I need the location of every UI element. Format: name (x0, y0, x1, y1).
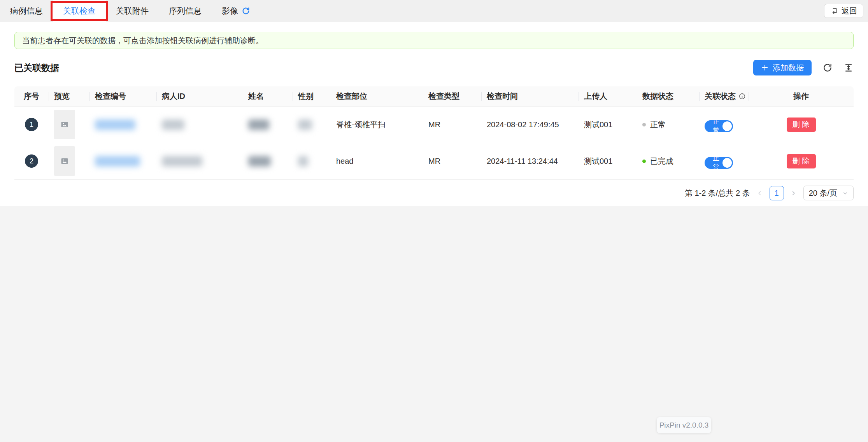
spinner-icon (242, 7, 250, 15)
header-data-status: 数据状态 (637, 86, 699, 106)
exam-number-link-blurred[interactable] (95, 156, 140, 167)
section-header: 已关联数据 添加数据 (14, 49, 854, 86)
add-data-button[interactable]: 添加数据 (753, 60, 812, 75)
patient-name-blurred (248, 156, 271, 167)
linked-data-table: 序号 预览 检查编号 病人ID 姓名 性别 检查部位 检查类型 检查时间 上传人… (14, 86, 854, 180)
alert-message: 当前患者存在可关联的数据，可点击添加按钮关联病例进行辅助诊断。 (22, 35, 263, 46)
tab-linked-attachments[interactable]: 关联附件 (106, 0, 159, 22)
data-status: 已完成 (642, 156, 699, 167)
tab-series-info[interactable]: 序列信息 (159, 0, 212, 22)
preview-thumbnail[interactable] (54, 146, 75, 176)
tab-label: 病例信息 (10, 5, 43, 16)
pagination-summary: 第 1-2 条/总共 2 条 (685, 188, 750, 198)
header-link-status: 关联状态 (699, 86, 749, 106)
header-gender: 性别 (293, 86, 331, 106)
refresh-icon[interactable] (822, 63, 833, 73)
page-size-value: 20 条/页 (809, 188, 837, 198)
table-header-row: 序号 预览 检查编号 病人ID 姓名 性别 检查部位 检查类型 检查时间 上传人… (14, 86, 854, 106)
header-link-status-label: 关联状态 (705, 91, 736, 102)
header-name: 姓名 (243, 86, 293, 106)
page-size-select[interactable]: 20 条/页 (803, 186, 854, 200)
data-status: 正常 (642, 119, 699, 130)
tab-bar: 病例信息 关联检查 关联附件 序列信息 影像 (0, 0, 868, 22)
patient-id-blurred (162, 119, 184, 130)
page-number-current[interactable]: 1 (770, 186, 784, 200)
watermark-label: PixPin v2.0.0.3 (657, 417, 711, 433)
chevron-right-icon[interactable] (790, 189, 798, 197)
back-button[interactable]: 返回 (824, 4, 863, 18)
delete-button[interactable]: 删除 (787, 118, 816, 132)
data-status-label: 正常 (650, 119, 666, 130)
image-placeholder-icon (60, 120, 69, 129)
exam-time-cell: 2024-11-11 13:24:44 (481, 143, 579, 179)
back-button-label: 返回 (842, 6, 857, 16)
header-preview: 预览 (49, 86, 89, 106)
header-exam-type: 检查类型 (423, 86, 481, 106)
success-alert: 当前患者存在可关联的数据，可点击添加按钮关联病例进行辅助诊断。 (14, 32, 854, 49)
chevron-down-icon (842, 190, 848, 196)
exam-number-link-blurred[interactable] (95, 119, 135, 130)
toggle-label: 正常 (710, 154, 722, 172)
patient-id-blurred (162, 156, 202, 167)
tab-label: 序列信息 (169, 5, 202, 16)
app-root: 病例信息 关联检查 关联附件 序列信息 影像 (0, 0, 868, 442)
exam-type-cell: MR (423, 106, 481, 143)
uploader-cell: 测试001 (579, 143, 637, 179)
plus-icon (761, 64, 769, 72)
toggle-knob (722, 158, 732, 168)
tab-imaging[interactable]: 影像 (212, 0, 260, 22)
section-title: 已关联数据 (14, 62, 59, 74)
tab-linked-exams[interactable]: 关联检查 (53, 0, 106, 22)
header-actions: 操作 (749, 86, 854, 106)
data-status-label: 已完成 (650, 156, 673, 167)
header-index: 序号 (14, 86, 49, 106)
table-row: 1 (14, 106, 854, 143)
add-data-button-label: 添加数据 (773, 63, 804, 73)
status-dot (642, 160, 646, 163)
return-icon (830, 7, 838, 15)
exam-type-cell: MR (423, 143, 481, 179)
table-row: 2 (14, 143, 854, 179)
pagination: 第 1-2 条/总共 2 条 1 20 条/页 (14, 180, 854, 207)
toggle-knob (722, 121, 732, 131)
exam-time-cell: 2024-08-02 17:49:45 (481, 106, 579, 143)
info-icon[interactable] (738, 93, 746, 100)
uploader-cell: 测试001 (579, 106, 637, 143)
image-placeholder-icon (60, 156, 69, 166)
header-exam-number: 检查编号 (89, 86, 156, 106)
preview-thumbnail[interactable] (54, 110, 75, 139)
tab-case-info[interactable]: 病例信息 (0, 0, 53, 22)
content-card: 当前患者存在可关联的数据，可点击添加按钮关联病例进行辅助诊断。 已关联数据 添加… (0, 22, 868, 206)
link-status-toggle[interactable]: 正常 (705, 157, 733, 169)
tab-label: 关联附件 (116, 5, 149, 16)
patient-name-blurred (248, 119, 269, 130)
header-patient-id: 病人ID (156, 86, 243, 106)
row-height-icon[interactable] (843, 63, 854, 73)
header-exam-time: 检查时间 (481, 86, 579, 106)
gender-blurred (298, 156, 308, 167)
gender-blurred (298, 119, 312, 130)
header-uploader: 上传人 (579, 86, 637, 106)
tab-label: 关联检查 (63, 5, 96, 16)
body-part-cell: 脊椎-颈椎平扫 (331, 106, 423, 143)
body-part-cell: head (331, 143, 423, 179)
tab-label: 影像 (222, 5, 238, 16)
status-dot (642, 123, 646, 126)
row-index-badge: 2 (25, 154, 38, 168)
header-body-part: 检查部位 (331, 86, 423, 106)
toggle-label: 正常 (710, 117, 722, 135)
row-index-badge: 1 (25, 118, 38, 131)
section-actions: 添加数据 (753, 60, 854, 75)
chevron-left-icon[interactable] (756, 189, 764, 197)
link-status-toggle[interactable]: 正常 (705, 120, 733, 132)
delete-button[interactable]: 删除 (787, 154, 816, 168)
